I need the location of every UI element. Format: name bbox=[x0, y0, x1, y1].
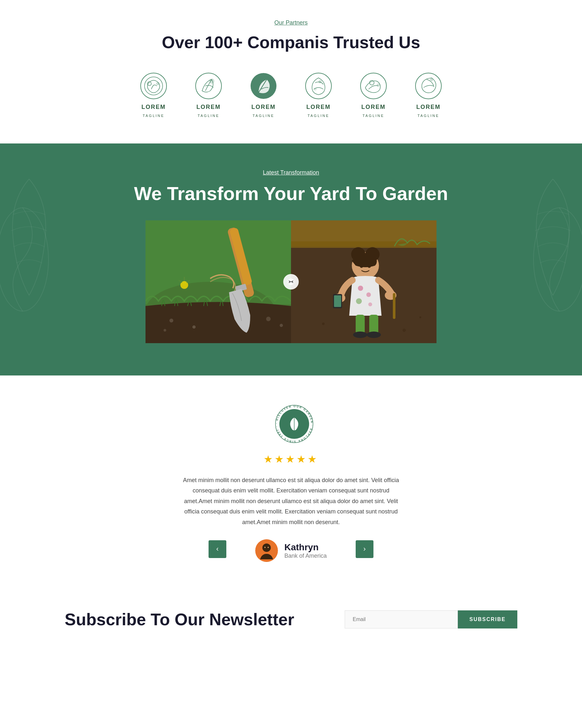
after-image bbox=[291, 220, 436, 343]
newsletter-title: Subscribe To Our Newsletter bbox=[65, 610, 294, 629]
partners-logos-container: LOREM TAGLINE LOREM TAGLINE LOREM bbox=[65, 71, 517, 118]
child-illustration bbox=[291, 220, 436, 343]
transformation-images-container bbox=[146, 220, 436, 343]
newsletter-section: Subscribe To Our Newsletter SUBSCRIBE bbox=[0, 584, 582, 661]
avatar-illustration bbox=[255, 539, 278, 562]
partners-title: Over 100+ Companis Trusted Us bbox=[65, 33, 517, 52]
before-image bbox=[146, 220, 291, 343]
partner-tagline-6: TAGLINE bbox=[417, 114, 439, 118]
transformation-label: Latest Transformation bbox=[0, 169, 582, 176]
partner-logo-4: LOREM TAGLINE bbox=[304, 71, 333, 118]
partner-tagline-5: TAGLINE bbox=[362, 114, 384, 118]
svg-point-41 bbox=[368, 303, 372, 306]
partner-logo-icon-5 bbox=[359, 71, 388, 101]
discover-badge-container: · DISCOVER OUR GARDEN · EXPLORE SINCE 19… bbox=[65, 401, 517, 440]
svg-point-40 bbox=[356, 298, 362, 304]
svg-point-25 bbox=[163, 329, 166, 332]
svg-rect-50 bbox=[393, 293, 396, 319]
partner-tagline-4: TAGLINE bbox=[307, 114, 329, 118]
svg-point-13 bbox=[415, 73, 441, 99]
svg-point-23 bbox=[170, 319, 173, 322]
partner-name-1: LOREM bbox=[142, 104, 166, 110]
partner-tagline-3: TAGLINE bbox=[253, 114, 274, 118]
discover-badge: · DISCOVER OUR GARDEN · EXPLORE SINCE 19… bbox=[272, 401, 310, 440]
partner-name-5: LOREM bbox=[361, 104, 386, 110]
partners-label: Our Partners bbox=[65, 19, 517, 26]
partner-name-2: LOREM bbox=[197, 104, 221, 110]
svg-point-39 bbox=[366, 292, 371, 297]
partner-logo-1: LOREM TAGLINE bbox=[139, 71, 168, 118]
newsletter-subscribe-button[interactable]: SUBSCRIBE bbox=[458, 610, 517, 628]
partner-logo-6: LOREM TAGLINE bbox=[414, 71, 443, 118]
svg-point-26 bbox=[266, 317, 271, 321]
svg-point-9 bbox=[314, 88, 317, 90]
svg-point-27 bbox=[280, 324, 283, 327]
testimonial-navigation: ‹ Kathryn Bank of America › bbox=[65, 540, 517, 558]
partner-tagline-2: TAGLINE bbox=[198, 114, 219, 118]
svg-point-53 bbox=[420, 316, 421, 318]
author-avatar bbox=[255, 539, 278, 562]
transformation-section: Latest Transformation We Transform Your … bbox=[0, 144, 582, 375]
author-info: Kathryn Bank of America bbox=[284, 542, 327, 559]
svg-point-59 bbox=[264, 547, 265, 548]
svg-point-52 bbox=[403, 329, 406, 332]
svg-rect-44 bbox=[334, 295, 341, 307]
compare-icon bbox=[287, 278, 295, 286]
author-company: Bank of America bbox=[284, 552, 327, 559]
partner-logo-3: LOREM TAGLINE bbox=[249, 71, 278, 118]
partner-logo-icon-3 bbox=[249, 71, 278, 101]
partner-logo-5: LOREM TAGLINE bbox=[359, 71, 388, 118]
partner-name-4: LOREM bbox=[306, 104, 331, 110]
partner-logo-2: LOREM TAGLINE bbox=[194, 71, 223, 118]
partner-logo-icon-6 bbox=[414, 71, 443, 101]
prev-testimonial-button[interactable]: ‹ bbox=[208, 540, 226, 558]
svg-point-60 bbox=[268, 547, 269, 548]
svg-rect-31 bbox=[291, 241, 436, 248]
compare-button[interactable] bbox=[283, 274, 299, 289]
svg-point-38 bbox=[358, 286, 363, 291]
testimonial-text: Amet minim mollit non deserunt ullamco e… bbox=[178, 475, 404, 527]
svg-point-47 bbox=[353, 332, 367, 338]
next-testimonial-button[interactable]: › bbox=[356, 540, 374, 558]
svg-point-5 bbox=[209, 79, 214, 84]
svg-point-8 bbox=[319, 80, 322, 83]
partners-section: Our Partners Over 100+ Companis Trusted … bbox=[0, 0, 582, 144]
partner-tagline-1: TAGLINE bbox=[143, 114, 164, 118]
partner-logo-icon-4 bbox=[304, 71, 333, 101]
svg-rect-45 bbox=[356, 315, 365, 334]
svg-point-3 bbox=[156, 82, 159, 85]
svg-point-14 bbox=[430, 78, 433, 81]
rating-stars: ★★★★★ bbox=[65, 453, 517, 465]
testimonial-section: · DISCOVER OUR GARDEN · EXPLORE SINCE 19… bbox=[0, 375, 582, 584]
svg-point-36 bbox=[360, 265, 363, 268]
svg-point-37 bbox=[368, 265, 371, 268]
svg-point-24 bbox=[193, 326, 196, 329]
svg-rect-46 bbox=[369, 315, 378, 334]
badge-svg: · DISCOVER OUR GARDEN · EXPLORE SINCE 19… bbox=[272, 401, 317, 446]
newsletter-email-input[interactable] bbox=[345, 610, 458, 628]
newsletter-form: SUBSCRIBE bbox=[345, 610, 517, 628]
garden-tool-illustration bbox=[146, 220, 291, 343]
svg-point-51 bbox=[322, 322, 325, 325]
partner-name-3: LOREM bbox=[252, 104, 276, 110]
svg-point-4 bbox=[196, 73, 222, 99]
svg-point-12 bbox=[377, 83, 380, 86]
author-name: Kathryn bbox=[284, 542, 327, 552]
partner-logo-icon-1 bbox=[139, 71, 168, 101]
svg-point-48 bbox=[366, 332, 381, 338]
testimonial-author: Kathryn Bank of America bbox=[255, 539, 327, 562]
partner-logo-icon-2 bbox=[194, 71, 223, 101]
transformation-title: We Transform Your Yard To Garden bbox=[0, 183, 582, 204]
svg-point-7 bbox=[306, 73, 331, 99]
partner-name-6: LOREM bbox=[416, 104, 441, 110]
svg-rect-18 bbox=[146, 220, 291, 306]
svg-point-58 bbox=[262, 544, 271, 552]
